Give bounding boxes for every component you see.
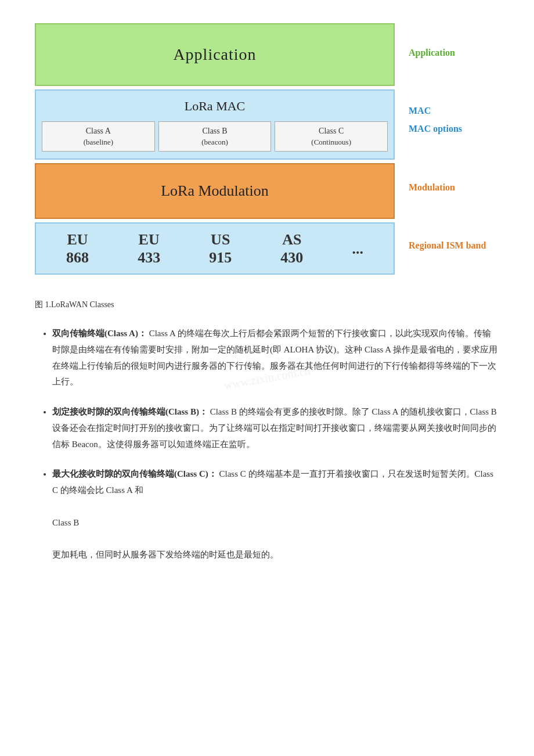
band-as430-line2: 430 — [280, 249, 303, 267]
band-eu433-line1: EU — [138, 231, 160, 249]
band-eu868-line1: EU — [66, 231, 89, 249]
band-us915-line1: US — [209, 231, 232, 249]
mac-layer: LoRa MAC Class A (baseline) Class B (bea… — [35, 89, 395, 160]
class-c-name: Class C — [277, 125, 385, 137]
band-eu868-line2: 868 — [66, 249, 89, 267]
class-b-bold: 划定接收时隙的双向传输终端(Class B)： — [52, 407, 208, 416]
band-as430-line1: AS — [280, 231, 303, 249]
regional-layer: EU 868 EU 433 US 915 AS 430 ... — [35, 222, 395, 275]
right-label-regional: Regional ISM band — [409, 237, 499, 253]
mac-class-c: Class C (Continuous) — [275, 121, 388, 152]
class-b-name: Class B — [161, 125, 269, 137]
diagram-right-labels: Application MAC MAC options Modulation R… — [395, 23, 499, 275]
band-more-dots: ... — [352, 240, 363, 258]
class-a-sub: (baseline) — [45, 137, 152, 147]
diagram-left: Application LoRa MAC Class A (baseline) … — [35, 23, 395, 275]
class-a-bold: 双向传输终端(Class A)： — [52, 329, 147, 338]
modulation-label: LoRa Modulation — [161, 182, 269, 199]
band-us915: US 915 — [209, 231, 232, 267]
band-more: ... — [352, 240, 363, 258]
band-as430: AS 430 — [280, 231, 303, 267]
application-layer: Application — [35, 23, 395, 86]
right-label-mac: MAC — [409, 103, 499, 118]
figure-caption: 图 1.LoRaWAN Classes — [35, 298, 499, 312]
class-c-bold: 最大化接收时隙的双向传输终端(Class C)： — [52, 469, 217, 478]
band-eu433-line2: 433 — [138, 249, 160, 267]
class-b-sub: (beacon) — [161, 137, 269, 147]
class-c-text3: 更加耗电，但同时从服务器下发给终端的时延也是最短的。 — [52, 550, 279, 559]
regional-bands: EU 868 EU 433 US 915 AS 430 ... — [42, 231, 388, 267]
class-a-name: Class A — [45, 125, 152, 137]
right-label-application: Application — [409, 45, 499, 60]
application-label: Application — [173, 45, 256, 63]
class-c-text2: Class B — [52, 518, 79, 527]
diagram: Application LoRa MAC Class A (baseline) … — [35, 23, 499, 275]
list-item-class-a: 双向传输终端(Class A)： Class A 的终端在每次上行后都会紧跟两个… — [52, 326, 499, 390]
class-c-sub: (Continuous) — [277, 137, 385, 147]
right-label-modulation: Modulation — [409, 179, 499, 195]
mac-class-b: Class B (beacon) — [158, 121, 272, 152]
modulation-layer: LoRa Modulation — [35, 163, 395, 219]
band-eu868: EU 868 — [66, 231, 89, 267]
mac-class-a: Class A (baseline) — [42, 121, 155, 152]
mac-classes: Class A (baseline) Class B (beacon) Clas… — [42, 121, 388, 152]
band-us915-line2: 915 — [209, 249, 232, 267]
content-list: 双向传输终端(Class A)： Class A 的终端在每次上行后都会紧跟两个… — [35, 326, 499, 563]
band-eu433: EU 433 — [138, 231, 160, 267]
right-label-mac-options: MAC options — [409, 121, 499, 136]
mac-title: LoRa MAC — [42, 95, 388, 117]
list-item-class-b: 划定接收时隙的双向传输终端(Class B)： Class B 的终端会有更多的… — [52, 404, 499, 452]
list-item-class-c: 最大化接收时隙的双向传输终端(Class C)： Class C 的终端基本是一… — [52, 466, 499, 563]
